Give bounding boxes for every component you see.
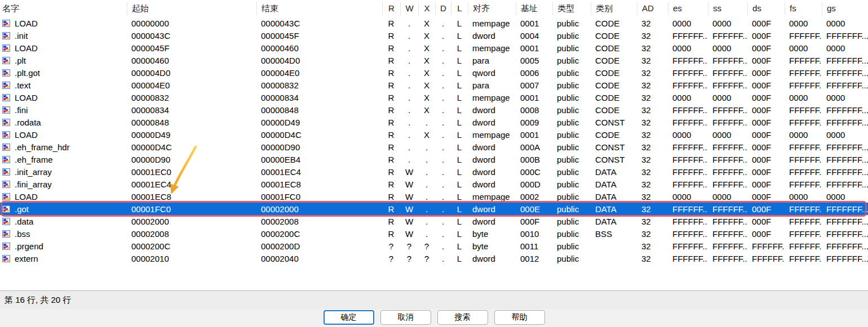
cell-cls: DATA [591,180,637,189]
cell-end: 000004D0 [256,56,382,65]
cell-name: .eh_frame_hdr [0,142,127,152]
cell-ds: 000F [747,130,785,140]
cell-type: public [552,167,591,177]
cell-es: FFFFFF... [668,155,708,164]
table-row[interactable]: .eh_frame_hdr00000D4C00000D90R...Ldword0… [0,141,868,153]
cell-x: . [418,142,435,152]
table-body: LOAD000000000000043CR.X.Lmempage0001publ… [0,17,868,265]
table-row[interactable]: .init0000043C0000045FR.X.Ldword0004publi… [0,29,868,42]
column-header-base[interactable]: 基址 [516,2,552,15]
cell-l: L [451,31,468,41]
cell-w: . [400,56,418,65]
cell-l: L [451,68,468,78]
cell-fs: FFFFFF... [785,204,822,214]
cell-align: dword [468,180,516,189]
cell-align: para [468,56,516,65]
column-header-cls[interactable]: 类别 [591,2,637,15]
table-row[interactable]: .text000004E000000832R.X.Lpara0007public… [0,79,868,91]
table-row[interactable]: .eh_frame00000D9000000EB4R...Ldword000Bp… [0,153,868,165]
column-header-fs[interactable]: fs [785,2,822,15]
cell-end: 00001FC0 [256,192,382,201]
cell-end: 00000D49 [256,118,382,127]
cell-name: .got [0,204,127,214]
cell-name: .prgend [0,241,127,251]
cell-type: public [552,130,591,140]
cell-fs: 0000 [785,19,822,28]
cell-name: .init [0,31,127,41]
search-button[interactable]: 搜索 [437,310,488,325]
column-header-ss[interactable]: ss [708,2,747,15]
table-row[interactable]: LOAD0000083200000834R.X.Lmempage0001publ… [0,91,868,104]
column-header-ad[interactable]: AD [637,2,668,15]
cell-base: 0001 [516,43,552,53]
cell-w: W [400,204,418,214]
column-header-r[interactable]: R [382,2,400,15]
column-header-x[interactable]: X [418,2,435,15]
cell-start: 00001EC0 [127,167,256,177]
cell-base: 0010 [516,229,552,239]
cell-w: . [400,93,418,102]
cell-cls: DATA [591,204,637,214]
cell-x: X [418,56,435,65]
table-row[interactable]: LOAD000000000000043CR.X.Lmempage0001publ… [0,17,868,29]
cell-x: X [418,80,435,90]
cell-start: 0000043C [127,31,256,41]
segment-name: .init_array [15,167,52,177]
cell-name: .fini_array [0,180,127,189]
cancel-button[interactable]: 取消 [380,310,431,325]
cell-gs: 0000 [822,130,868,140]
table-row[interactable]: LOAD00000D4900000D4CR.X.Lmempage0001publ… [0,128,868,141]
cell-align: dword [468,217,516,226]
segment-icon [2,156,10,163]
cell-ss: FFFFFF... [708,180,747,189]
cell-w: . [400,142,418,152]
segment-name: .rodata [15,118,41,127]
table-row[interactable]: .plt00000460000004D0R.X.Lpara0005publicC… [0,54,868,66]
column-header-d[interactable]: D [435,2,451,15]
cell-r: R [382,130,400,140]
table-row[interactable]: .fini0000083400000848R.X.Ldword0008publi… [0,104,868,116]
cell-end: 00000832 [256,80,382,90]
cell-gs: FFFFFFF... [822,155,868,164]
cell-es: FFFFFF... [668,80,708,90]
column-header-type[interactable]: 类型 [552,2,591,15]
cell-end: 0000043C [256,19,382,28]
column-header-end[interactable]: 结束 [256,2,382,15]
column-header-align[interactable]: 对齐 [468,2,516,15]
help-button[interactable]: 帮助 [494,310,545,325]
column-header-ds[interactable]: ds [747,2,785,15]
table-row[interactable]: .prgend0000200C0000200D???.Lbyte0011publ… [0,240,868,252]
cell-ad: 32 [637,180,668,189]
cell-r: R [382,142,400,152]
cell-ad: 32 [637,68,668,78]
cell-gs: FFFFFFF... [822,80,868,90]
column-header-w[interactable]: W [400,2,418,15]
column-header-start[interactable]: 起始 [127,2,256,15]
cell-fs: FFFFFF... [785,118,822,127]
table-row[interactable]: .data0000200000002008RW..Ldword000Fpubli… [0,215,868,227]
table-row[interactable]: .rodata0000084800000D49R...Ldword0009pub… [0,116,868,128]
table-row[interactable]: extern0000201000002040???.Ldword0012publ… [0,252,868,265]
ok-button[interactable]: 确定 [324,310,374,325]
table-row[interactable]: LOAD0000045F00000460R.X.Lmempage0001publ… [0,42,868,54]
cell-base: 000B [516,155,552,164]
cell-base: 0005 [516,56,552,65]
column-header-gs[interactable]: gs [822,2,868,15]
cell-cls: BSS [591,229,637,239]
cell-fs: FFFFFF... [785,155,822,164]
column-header-l[interactable]: L [451,2,468,15]
column-header-name[interactable]: 名字 [0,2,127,15]
cell-es: FFFFFF... [668,180,708,189]
cell-start: 00002010 [127,254,256,263]
segment-name: .eh_frame [15,155,53,164]
cell-ds: 000F [747,19,785,28]
column-header-es[interactable]: es [668,2,708,15]
table-row[interactable]: .bss000020080000200CRW..Lbyte0010publicB… [0,227,868,240]
table-row-selected[interactable]: .got00001FC000002000RW..Ldword000Epublic… [0,203,868,215]
table-row[interactable]: LOAD00001EC800001FC0RW..Lmempage0002publ… [0,190,868,203]
table-row[interactable]: .fini_array00001EC400001EC8RW..Ldword000… [0,178,868,190]
cell-x: . [418,204,435,214]
table-row[interactable]: .init_array00001EC000001EC4RW..Ldword000… [0,165,868,178]
table-row[interactable]: .plt.got000004D0000004E0R.X.Lqword0006pu… [0,66,868,79]
cell-l: L [451,19,468,28]
